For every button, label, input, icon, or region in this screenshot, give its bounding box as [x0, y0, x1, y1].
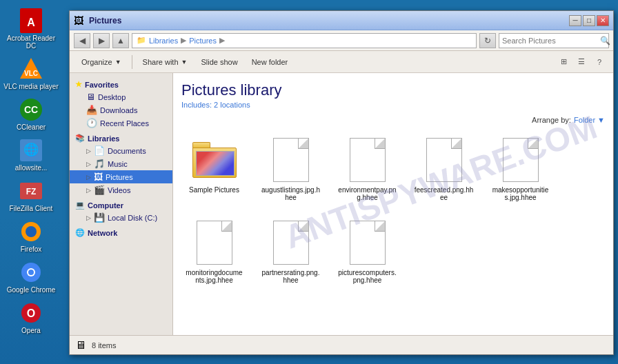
file-item-sample-pictures[interactable]: Sample Pictures — [181, 132, 247, 204]
search-input[interactable] — [502, 37, 597, 45]
new-folder-button[interactable]: New folder — [246, 53, 295, 71]
sidebar-item-local-disk[interactable]: ▷ 💾 Local Disk (C:) — [70, 211, 172, 224]
network-header[interactable]: 🌐 Network — [70, 227, 172, 239]
slideshow-label: Slide show — [201, 58, 237, 66]
svg-point-13 — [28, 229, 34, 234]
sidebar-item-desktop[interactable]: 🖥 Desktop — [70, 90, 172, 103]
minimize-button[interactable]: ─ — [569, 15, 581, 26]
folder-icon-sample — [192, 135, 237, 185]
allow-label: allowsite... — [15, 164, 48, 172]
file-item-environment[interactable]: environmentpay.png.hhee — [335, 132, 400, 204]
ccleaner-icon: CC — [17, 96, 45, 123]
maximize-button[interactable]: □ — [583, 15, 595, 26]
expand-disk-icon: ▷ — [86, 214, 91, 221]
desktop-icons: A Acrobat Reader DC VLC VLC media player… — [0, 0, 66, 364]
arrange-bar: Arrange by: Folder ▼ — [181, 116, 605, 124]
view-details-button[interactable]: ☰ — [573, 54, 590, 70]
expand-videos-icon: ▷ — [86, 187, 91, 194]
disk-icon: 💾 — [94, 212, 105, 223]
computer-header[interactable]: 💻 Computer — [70, 199, 172, 211]
file-item-monitoring[interactable]: monitoringdocuments.jpg.hhee — [181, 215, 247, 287]
title-bar-buttons: ─ □ ✕ — [569, 15, 609, 26]
network-label: Network — [88, 229, 117, 237]
expand-documents-icon: ▷ — [86, 148, 91, 154]
acrobat-label: Acrobat Reader DC — [3, 34, 59, 50]
desktop-icon-opera[interactable]: O Opera — [3, 299, 59, 334]
arrange-label: Arrange by: — [532, 116, 571, 124]
file-item-fees[interactable]: feescreated.png.hhee — [411, 132, 477, 204]
library-icon-small: 📚 — [75, 134, 85, 143]
libraries-label: Libraries — [88, 134, 119, 143]
sidebar-item-music[interactable]: ▷ 🎵 Music — [70, 157, 172, 170]
forward-button[interactable]: ▶ — [93, 33, 110, 48]
file-label-5: monitoringdocuments.jpg.hhee — [184, 269, 244, 284]
file-item-picturescomp[interactable]: picturescomputers.png.hhee — [335, 215, 400, 287]
favorites-label: Favorites — [85, 81, 119, 89]
favorites-star-icon: ★ — [75, 80, 82, 89]
back-button[interactable]: ◀ — [74, 33, 90, 48]
organize-button[interactable]: Organize ▼ — [75, 53, 128, 71]
view-help-button[interactable]: ? — [591, 54, 608, 70]
sidebar-downloads-label: Downloads — [100, 106, 137, 114]
file-label-3: feescreated.png.hhee — [414, 186, 474, 201]
sidebar-item-recent[interactable]: 🕐 Recent Places — [70, 117, 172, 130]
doc-icon-monitoring — [192, 218, 237, 267]
doc-icon-fees — [422, 135, 466, 185]
network-icon: 🌐 — [75, 228, 85, 237]
desktop-icon-filezilla[interactable]: FZ FileZilla Client — [3, 177, 59, 212]
file-label-4: makesopportunities.jpg.hhee — [490, 186, 550, 201]
sidebar-item-videos[interactable]: ▷ 🎬 Videos — [70, 183, 172, 196]
sidebar-pictures-label: Pictures — [106, 173, 133, 181]
computer-group: 💻 Computer ▷ 💾 Local Disk (C:) — [70, 199, 172, 224]
address-path[interactable]: 📁 Libraries ▶ Pictures ▶ — [132, 33, 477, 48]
library-header: Pictures library Includes: 2 locations — [181, 81, 605, 109]
refresh-button[interactable]: ↻ — [479, 33, 496, 48]
desktop-icon-firefox[interactable]: Firefox — [3, 218, 59, 253]
sidebar-disk-label: Local Disk (C:) — [108, 214, 157, 222]
file-item-makes[interactable]: makesopportunities.jpg.hhee — [488, 132, 553, 204]
sidebar-item-downloads[interactable]: 📥 Downloads — [70, 103, 172, 117]
window-icon: 🖼 — [74, 15, 85, 26]
doc-icon-partners — [269, 218, 313, 267]
sidebar-recent-label: Recent Places — [100, 119, 149, 128]
desktop-icon-vlc[interactable]: VLC VLC media player — [3, 55, 59, 90]
libraries-header[interactable]: 📚 Libraries — [70, 132, 172, 144]
libraries-link[interactable]: Libraries — [149, 37, 178, 45]
favorites-header[interactable]: ★ Favorites — [70, 79, 172, 90]
sidebar-item-pictures[interactable]: ▷ 🖼 Pictures — [70, 170, 172, 183]
desktop-icon-allow[interactable]: 🌐 allowsite... — [3, 136, 59, 172]
status-bar: 🖥 8 items — [70, 335, 613, 354]
view-icons-button[interactable]: ⊞ — [555, 54, 572, 70]
arrange-dropdown[interactable]: Folder ▼ — [574, 116, 605, 124]
recent-icon: 🕐 — [86, 118, 97, 128]
desktop-icon-chrome[interactable]: Google Chrome — [3, 259, 59, 294]
share-with-button[interactable]: Share with ▼ — [137, 53, 194, 71]
expand-music-icon: ▷ — [86, 161, 91, 168]
sidebar-videos-label: Videos — [108, 186, 130, 194]
search-box[interactable]: 🔍 — [499, 33, 609, 48]
pictures-link[interactable]: Pictures — [189, 37, 217, 45]
svg-text:VLC: VLC — [24, 70, 38, 77]
file-item-august[interactable]: augustlistings.jpg.hhee — [258, 132, 323, 204]
desktop-icon-ccleaner[interactable]: CC CCleaner — [3, 96, 59, 131]
sidebar-desktop-label: Desktop — [98, 93, 126, 101]
doc-icon-makes — [499, 135, 543, 185]
library-title: Pictures library — [181, 81, 605, 99]
desktop-icon-acrobat[interactable]: A Acrobat Reader DC — [3, 7, 59, 50]
file-item-partners[interactable]: partnersrating.png.hhee — [258, 215, 323, 287]
favorites-group: ★ Favorites 🖥 Desktop 📥 Downloads 🕐 Rece… — [70, 79, 172, 130]
search-icon: 🔍 — [600, 36, 610, 46]
doc-icon-august — [269, 135, 313, 185]
slideshow-button[interactable]: Slide show — [195, 53, 243, 71]
desktop-icon-small: 🖥 — [86, 92, 95, 102]
opera-label: Opera — [21, 327, 41, 334]
sidebar-item-documents[interactable]: ▷ 📄 Documents — [70, 144, 172, 157]
up-button[interactable]: ▲ — [112, 33, 129, 48]
videos-icon: 🎬 — [94, 185, 105, 195]
close-button[interactable]: ✕ — [597, 15, 609, 26]
toolbar-separator-1 — [132, 55, 132, 69]
title-bar: 🖼 Pictures ─ □ ✕ — [70, 11, 613, 30]
network-group: 🌐 Network — [70, 227, 172, 239]
firefox-label: Firefox — [21, 245, 42, 253]
firefox-icon — [17, 218, 45, 245]
